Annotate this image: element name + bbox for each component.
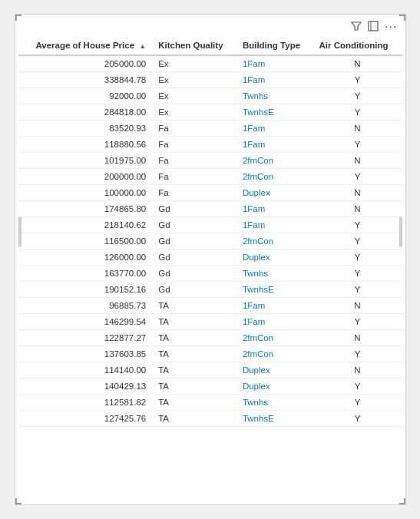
table-row: 190152.16GdTwnhsEY xyxy=(18,282,402,298)
cell-building-type: TwnhsE xyxy=(236,282,313,298)
cell-building-type: Duplex xyxy=(236,185,313,201)
col-avg-price: Average of House Price ▲ xyxy=(18,36,153,55)
cell-kitchen-quality: Gd xyxy=(152,201,236,217)
cell-building-type: 2fmCon xyxy=(236,330,313,346)
cell-building-type: 1Fam xyxy=(236,137,313,153)
cell-avg-price: 190152.16 xyxy=(18,282,153,298)
table-row: 137603.85TA2fmConY xyxy=(18,346,402,362)
cell-building-type: TwnhsE xyxy=(236,104,313,121)
cell-air-conditioning: Y xyxy=(313,314,402,330)
table-row: 284818.00ExTwnhsEY xyxy=(18,104,402,121)
cell-building-type: TwnhsE xyxy=(236,411,313,427)
cell-avg-price: 140429.13 xyxy=(18,379,153,395)
cell-kitchen-quality: Fa xyxy=(152,153,236,169)
cell-building-type: 1Fam xyxy=(236,55,313,72)
cell-building-type: 2fmCon xyxy=(236,169,313,185)
cell-kitchen-quality: Gd xyxy=(152,233,236,250)
table-row: 127425.76TATwnhsEY xyxy=(18,411,402,427)
cell-air-conditioning: N xyxy=(313,185,402,201)
cell-kitchen-quality: Ex xyxy=(152,104,236,121)
table-row: 114140.00TADuplexN xyxy=(18,362,402,379)
cell-avg-price: 218140.62 xyxy=(18,217,153,233)
cell-avg-price: 96885.73 xyxy=(18,298,153,314)
cell-kitchen-quality: Fa xyxy=(152,121,236,137)
toolbar: ··· xyxy=(18,18,402,36)
table-row: 92000.00ExTwnhsY xyxy=(18,88,402,104)
scroll-left-indicator xyxy=(18,217,21,247)
table-row: 218140.62Gd1FamY xyxy=(18,217,402,233)
cell-kitchen-quality: TA xyxy=(152,314,236,330)
cell-avg-price: 146299.54 xyxy=(18,314,153,330)
table-row: 205000.00Ex1FamN xyxy=(18,55,402,72)
table-row: 174865.80Gd1FamN xyxy=(18,201,402,217)
cell-air-conditioning: Y xyxy=(313,217,402,233)
cell-avg-price: 118880.56 xyxy=(18,137,153,153)
cell-building-type: Duplex xyxy=(236,362,313,379)
cell-building-type: 1Fam xyxy=(236,217,313,233)
table-row: 146299.54TA1FamY xyxy=(18,314,402,330)
table-row: 101975.00Fa2fmConN xyxy=(18,153,402,169)
main-container: ··· Average of House Price ▲ Kitchen Qua… xyxy=(15,14,406,505)
col-air-conditioning: Air Conditioning xyxy=(313,36,402,55)
cell-avg-price: 92000.00 xyxy=(18,88,153,104)
table-row: 112581.82TATwnhsY xyxy=(18,395,402,411)
cell-building-type: 1Fam xyxy=(236,298,313,314)
cell-building-type: Twnhs xyxy=(236,266,313,282)
cell-kitchen-quality: Ex xyxy=(152,88,236,104)
table-row: 96885.73TA1FamN xyxy=(18,298,402,314)
cell-avg-price: 122877.27 xyxy=(18,330,153,346)
cell-avg-price: 338844.78 xyxy=(18,72,153,88)
cell-kitchen-quality: TA xyxy=(152,330,236,346)
cell-kitchen-quality: Gd xyxy=(152,266,236,282)
more-options-icon[interactable]: ··· xyxy=(385,20,397,34)
table-row: 118880.56Fa1FamY xyxy=(18,137,402,153)
expand-icon[interactable] xyxy=(368,21,379,34)
cell-air-conditioning: N xyxy=(313,330,402,346)
cell-building-type: 1Fam xyxy=(236,121,313,137)
cell-kitchen-quality: Fa xyxy=(152,137,236,153)
col-kitchen-quality: Kitchen Quality xyxy=(152,36,236,55)
cell-air-conditioning: Y xyxy=(313,250,402,266)
cell-kitchen-quality: Fa xyxy=(152,185,236,201)
table-row: 116500.00Gd2fmConY xyxy=(18,233,402,250)
cell-kitchen-quality: Fa xyxy=(152,169,236,185)
cell-air-conditioning: Y xyxy=(313,395,402,411)
cell-air-conditioning: Y xyxy=(313,169,402,185)
cell-kitchen-quality: Ex xyxy=(152,72,236,88)
cell-building-type: Duplex xyxy=(236,250,313,266)
cell-kitchen-quality: TA xyxy=(152,346,236,362)
cell-air-conditioning: N xyxy=(313,362,402,379)
cell-building-type: Twnhs xyxy=(236,88,313,104)
filter-icon[interactable] xyxy=(351,21,362,34)
cell-avg-price: 205000.00 xyxy=(18,55,153,72)
cell-avg-price: 101975.00 xyxy=(18,153,153,169)
cell-air-conditioning: N xyxy=(313,121,402,137)
table-row: 100000.00FaDuplexN xyxy=(18,185,402,201)
table-header-row: Average of House Price ▲ Kitchen Quality… xyxy=(18,36,402,55)
cell-avg-price: 100000.00 xyxy=(18,185,153,201)
cell-kitchen-quality: Gd xyxy=(152,217,236,233)
cell-building-type: 2fmCon xyxy=(236,153,313,169)
cell-air-conditioning: Y xyxy=(313,72,402,88)
scroll-right-indicator xyxy=(399,217,402,247)
col-building-type: Building Type xyxy=(236,36,313,55)
cell-air-conditioning: N xyxy=(313,153,402,169)
data-table: Average of House Price ▲ Kitchen Quality… xyxy=(18,36,402,427)
cell-avg-price: 83520.93 xyxy=(18,121,153,137)
cell-building-type: Duplex xyxy=(236,379,313,395)
cell-avg-price: 284818.00 xyxy=(18,104,153,121)
table-row: 163770.00GdTwnhsY xyxy=(18,266,402,282)
cell-air-conditioning: Y xyxy=(313,282,402,298)
table-row: 126000.00GdDuplexY xyxy=(18,250,402,266)
table-row: 140429.13TADuplexY xyxy=(18,379,402,395)
cell-building-type: 1Fam xyxy=(236,314,313,330)
table-row: 122877.27TA2fmConN xyxy=(18,330,402,346)
cell-avg-price: 126000.00 xyxy=(18,250,153,266)
cell-building-type: 2fmCon xyxy=(236,346,313,362)
cell-avg-price: 116500.00 xyxy=(18,233,153,250)
cell-air-conditioning: N xyxy=(313,201,402,217)
cell-kitchen-quality: Gd xyxy=(152,282,236,298)
cell-air-conditioning: Y xyxy=(313,411,402,427)
cell-building-type: 1Fam xyxy=(236,201,313,217)
table-wrapper: Average of House Price ▲ Kitchen Quality… xyxy=(18,36,402,498)
